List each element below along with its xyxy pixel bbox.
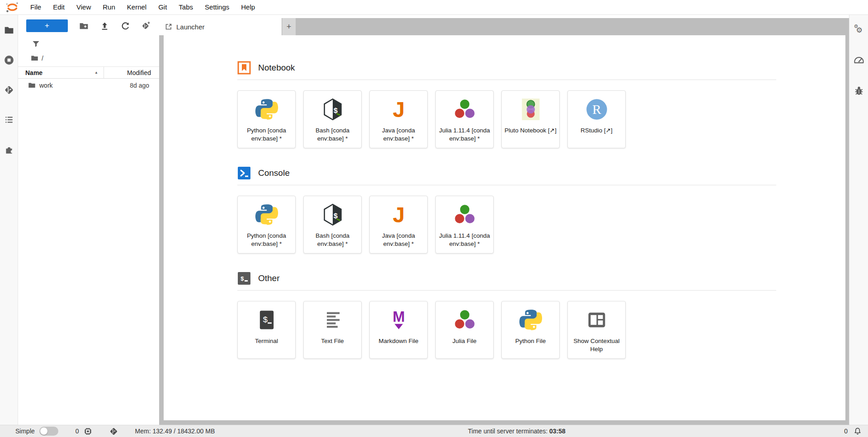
new-tab-button[interactable]: +	[282, 18, 296, 35]
bash-icon	[321, 98, 344, 121]
debugger-icon[interactable]	[854, 85, 864, 96]
table-of-contents-icon[interactable]	[4, 114, 14, 125]
card-label: Terminal	[255, 337, 278, 345]
launcher-card[interactable]: Julia File	[435, 301, 494, 359]
toggle-knob	[40, 428, 47, 435]
launcher-card[interactable]: Terminal	[237, 301, 296, 359]
julia-icon	[453, 203, 476, 226]
console-section-icon	[237, 166, 251, 180]
card-label: Julia 1.11.4 [conda env:base] *	[438, 127, 491, 142]
file-list: work 8d ago	[18, 79, 159, 92]
refresh-icon[interactable]	[120, 21, 130, 31]
launcher-card[interactable]: Pluto Notebook [↗]	[501, 90, 560, 148]
server-termination-timer: Time until server terminates: 03:58	[468, 428, 566, 435]
launcher-card[interactable]: Julia 1.11.4 [conda env:base] *	[435, 196, 494, 254]
launcher-card[interactable]: Markdown File	[369, 301, 428, 359]
running-kernels-icon[interactable]	[4, 55, 14, 66]
launcher-card[interactable]: Java [conda env:base] *	[369, 196, 428, 254]
card-label: Python [conda env:base] *	[240, 232, 293, 248]
julia-icon	[453, 98, 476, 121]
launcher-card[interactable]: Python [conda env:base] *	[237, 196, 296, 254]
launcher-card[interactable]: Java [conda env:base] *	[369, 90, 428, 148]
card-label: Python [conda env:base] *	[240, 127, 293, 142]
kernel-icon[interactable]	[84, 427, 92, 436]
python-icon	[519, 308, 542, 332]
file-list-header: Name ▲ Modified	[18, 66, 159, 79]
menu-item[interactable]: Kernel	[121, 0, 152, 14]
section-title: Other	[258, 273, 280, 283]
card-label: Show Contextual Help	[570, 337, 623, 353]
section-other: $ Other Terminal	[237, 272, 776, 359]
git-icon[interactable]	[4, 85, 14, 95]
markdown-icon	[387, 308, 410, 332]
menu-item[interactable]: Run	[97, 0, 121, 14]
card-label: Pluto Notebook [↗]	[505, 127, 557, 135]
git-clone-icon[interactable]	[141, 21, 151, 31]
menu-item[interactable]: Help	[235, 0, 261, 14]
kernel-sessions-count[interactable]: 0	[75, 428, 79, 435]
breadcrumb[interactable]: /	[18, 49, 159, 66]
notebook-cards: Python [conda env:base] * Bash [conda en…	[237, 90, 776, 148]
column-header-name[interactable]: Name ▲	[18, 67, 104, 78]
property-inspector-icon[interactable]: ⚙⚙	[854, 24, 864, 35]
file-row[interactable]: work 8d ago	[18, 79, 159, 92]
launcher-card[interactable]: Show Contextual Help	[567, 301, 626, 359]
section-title: Notebook	[258, 63, 295, 73]
section-divider	[237, 185, 776, 185]
column-header-modified[interactable]: Modified	[104, 69, 159, 76]
new-folder-icon[interactable]	[79, 21, 89, 31]
tab-bar: Launcher +	[159, 18, 849, 35]
menu-items: FileEditViewRunKernelGitTabsSettingsHelp	[24, 0, 261, 14]
menu-item[interactable]: Tabs	[173, 0, 199, 14]
simple-mode-label: Simple	[15, 428, 35, 435]
notebook-section-icon	[237, 61, 251, 75]
folder-icon	[28, 81, 36, 89]
tab-launcher[interactable]: Launcher	[159, 18, 282, 35]
upload-icon[interactable]	[99, 21, 109, 31]
section-console: Console Python [conda env:base] * Bash […	[237, 166, 776, 254]
bash-icon	[321, 203, 344, 226]
menu-item[interactable]: Settings	[199, 0, 235, 14]
card-label: Python File	[515, 337, 546, 345]
menu-item[interactable]: File	[24, 0, 47, 14]
menu-item[interactable]: Git	[152, 0, 173, 14]
python-icon	[255, 203, 278, 226]
launcher-card[interactable]: Bash [conda env:base] *	[303, 90, 362, 148]
launcher-card[interactable]: Python File	[501, 301, 560, 359]
console-cards: Python [conda env:base] * Bash [conda en…	[237, 196, 776, 254]
section-title: Console	[258, 168, 290, 178]
left-activity-bar	[0, 15, 18, 425]
launcher-icon	[165, 23, 172, 30]
launcher-card[interactable]: Python [conda env:base] *	[237, 90, 296, 148]
git-status-icon[interactable]	[109, 427, 118, 436]
file-modified: 8d ago	[104, 82, 159, 89]
card-label: Markdown File	[379, 337, 419, 345]
contextual-icon	[585, 308, 609, 332]
menu-item[interactable]: Edit	[47, 0, 71, 14]
memory-usage: Mem: 132.49 / 18432.00 MB	[135, 428, 215, 435]
file-browser-icon[interactable]	[4, 25, 14, 36]
bell-icon[interactable]	[854, 427, 862, 435]
launcher-card[interactable]: RStudio [↗]	[567, 90, 626, 148]
status-bar: Simple 0 Mem: 132.49 / 18432.00 MB Time …	[0, 425, 868, 437]
system-monitor-icon[interactable]	[854, 55, 864, 66]
timer-value: 03:58	[549, 428, 566, 435]
card-label: Text File	[321, 337, 344, 345]
filter-icon[interactable]	[18, 36, 159, 49]
notifications-count[interactable]: 0	[844, 428, 848, 435]
textfile-icon	[321, 308, 344, 332]
launcher-card[interactable]: Bash [conda env:base] *	[303, 196, 362, 254]
card-label: Bash [conda env:base] *	[306, 232, 359, 248]
launcher-card[interactable]: Text File	[303, 301, 362, 359]
menu-bar: FileEditViewRunKernelGitTabsSettingsHelp	[0, 0, 868, 15]
new-launcher-button[interactable]: +	[26, 19, 68, 32]
python-icon	[255, 98, 278, 121]
simple-mode-toggle[interactable]	[39, 427, 58, 436]
launcher-card[interactable]: Julia 1.11.4 [conda env:base] *	[435, 90, 494, 148]
section-divider	[237, 290, 776, 291]
folder-icon	[31, 54, 38, 62]
pluto-icon	[519, 98, 542, 121]
other-section-icon: $	[237, 272, 251, 285]
menu-item[interactable]: View	[71, 0, 97, 14]
extensions-icon[interactable]	[4, 144, 14, 155]
